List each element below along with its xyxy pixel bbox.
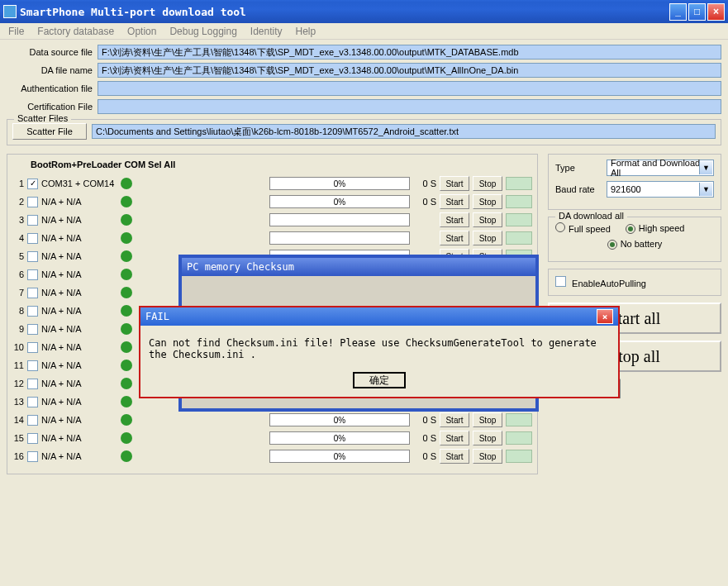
port-checkbox[interactable] — [27, 288, 38, 298]
port-checkbox[interactable] — [27, 415, 38, 426]
menu-debug-logging[interactable]: Debug Logging — [166, 24, 240, 39]
port-index: 14 — [12, 415, 24, 425]
fail-dialog-title: FAIL — [145, 311, 169, 322]
port-checkbox[interactable] — [27, 306, 38, 317]
fail-dialog: FAIL × Can not find Checksum.ini file! P… — [139, 306, 620, 398]
stop-button[interactable]: Stop — [473, 194, 502, 209]
status-dot-icon — [121, 305, 132, 317]
port-index: 16 — [12, 451, 24, 461]
type-select[interactable]: Format and Download All▼ — [607, 160, 714, 176]
port-label: N/A + N/A — [41, 360, 114, 370]
fail-dialog-message: Can not find Checksum.ini file! Please u… — [149, 337, 610, 360]
stop-button[interactable]: Stop — [473, 412, 502, 427]
progress-bar — [269, 231, 410, 245]
start-button[interactable]: Start — [440, 412, 469, 427]
status-dot-icon — [121, 378, 132, 389]
stop-button[interactable]: Stop — [473, 176, 502, 191]
port-row: 16N/A + N/A0%0 SStartStop — [12, 447, 532, 465]
port-checkbox[interactable] — [27, 379, 38, 389]
da-download-legend: DA download all — [555, 211, 627, 221]
port-checkbox[interactable] — [27, 197, 38, 207]
port-row: 4N/A + N/AStartStop — [12, 229, 532, 247]
port-index: 6 — [12, 269, 24, 279]
data-source-field[interactable]: F:\刘涛\资料\生产\生产工具\智能\1348\下载\SP_MDT_exe_v… — [98, 45, 721, 60]
full-speed-radio[interactable] — [555, 222, 565, 232]
selall-label: BootRom+PreLoader COM Sel All — [31, 160, 175, 169]
menu-file[interactable]: File — [5, 24, 27, 39]
port-checkbox[interactable] — [27, 397, 38, 407]
cert-file-label: Certification File — [7, 102, 98, 112]
autopull-checkbox[interactable] — [555, 276, 566, 287]
port-checkbox[interactable] — [27, 179, 38, 189]
status-dot-icon — [121, 341, 132, 353]
progress-bar: 0% — [269, 450, 410, 463]
port-checkbox[interactable] — [27, 360, 38, 371]
port-index: 10 — [12, 342, 24, 352]
status-box — [506, 213, 532, 226]
port-label: COM31 + COM14 — [41, 179, 114, 188]
port-checkbox[interactable] — [27, 269, 38, 280]
status-dot-icon — [121, 414, 132, 426]
scatter-file-field[interactable]: C:\Documents and Settings\liutao\桌面\k26b… — [92, 124, 716, 139]
port-index: 11 — [12, 360, 24, 370]
elapsed-time: 0 S — [413, 433, 436, 443]
close-button[interactable]: × — [707, 3, 725, 21]
maximize-button[interactable]: □ — [688, 3, 706, 21]
port-checkbox[interactable] — [27, 251, 38, 262]
elapsed-time: 0 S — [413, 197, 436, 207]
cert-file-field[interactable] — [98, 99, 721, 114]
port-checkbox[interactable] — [27, 233, 38, 244]
da-download-panel: DA download all Full speed High speed No… — [548, 217, 721, 262]
start-button[interactable]: Start — [440, 231, 469, 245]
start-button[interactable]: Start — [440, 449, 469, 464]
menu-identity[interactable]: Identity — [247, 24, 286, 39]
port-index: 13 — [12, 397, 24, 407]
progress-bar: 0% — [269, 177, 410, 190]
start-button[interactable]: Start — [440, 176, 469, 191]
stop-button[interactable]: Stop — [473, 231, 502, 245]
status-dot-icon — [121, 214, 132, 226]
port-label: N/A + N/A — [41, 251, 114, 261]
minimize-button[interactable]: _ — [669, 3, 687, 21]
auth-file-label: Authentication file — [7, 83, 98, 93]
chevron-down-icon: ▼ — [699, 161, 712, 174]
no-battery-radio[interactable] — [607, 240, 617, 250]
port-checkbox[interactable] — [27, 451, 38, 462]
start-button[interactable]: Start — [440, 212, 469, 227]
port-index: 4 — [12, 233, 24, 243]
high-speed-radio[interactable] — [626, 224, 635, 234]
menu-option[interactable]: Option — [124, 24, 159, 39]
start-button[interactable]: Start — [440, 194, 469, 209]
menu-help[interactable]: Help — [293, 24, 320, 39]
port-checkbox[interactable] — [27, 215, 38, 226]
port-label: N/A + N/A — [41, 288, 114, 298]
da-file-field[interactable]: F:\刘涛\资料\生产\生产工具\智能\1348\下载\SP_MDT_exe_v… — [98, 63, 721, 78]
data-source-label: Data source file — [7, 47, 98, 57]
type-panel: Type Format and Download All▼ Baud rate … — [548, 154, 721, 210]
stop-button[interactable]: Stop — [473, 212, 502, 227]
app-icon — [3, 5, 17, 18]
port-label: N/A + N/A — [41, 233, 114, 243]
port-checkbox[interactable] — [27, 342, 38, 353]
scatter-file-button[interactable]: Scatter File — [12, 123, 87, 140]
baud-select[interactable]: 921600▼ — [607, 181, 714, 198]
baud-label: Baud rate — [555, 184, 603, 194]
elapsed-time: 0 S — [413, 415, 436, 425]
status-box — [506, 177, 532, 190]
stop-button[interactable]: Stop — [473, 449, 502, 464]
menu-factory-database[interactable]: Factory database — [34, 24, 117, 39]
status-box — [506, 413, 532, 426]
fail-dialog-close-button[interactable]: × — [597, 309, 613, 324]
status-dot-icon — [121, 269, 132, 280]
port-row: 14N/A + N/A0%0 SStartStop — [12, 411, 532, 429]
status-dot-icon — [121, 250, 132, 262]
status-box — [506, 431, 532, 445]
stop-button[interactable]: Stop — [473, 431, 502, 445]
fail-dialog-ok-button[interactable]: 确定 — [353, 372, 406, 388]
port-checkbox[interactable] — [27, 433, 38, 444]
port-checkbox[interactable] — [27, 324, 38, 335]
auth-file-field[interactable] — [98, 81, 721, 96]
port-label: N/A + N/A — [41, 269, 114, 279]
window-title: SmartPhone Multi-port download tool — [20, 6, 668, 18]
start-button[interactable]: Start — [440, 431, 469, 445]
